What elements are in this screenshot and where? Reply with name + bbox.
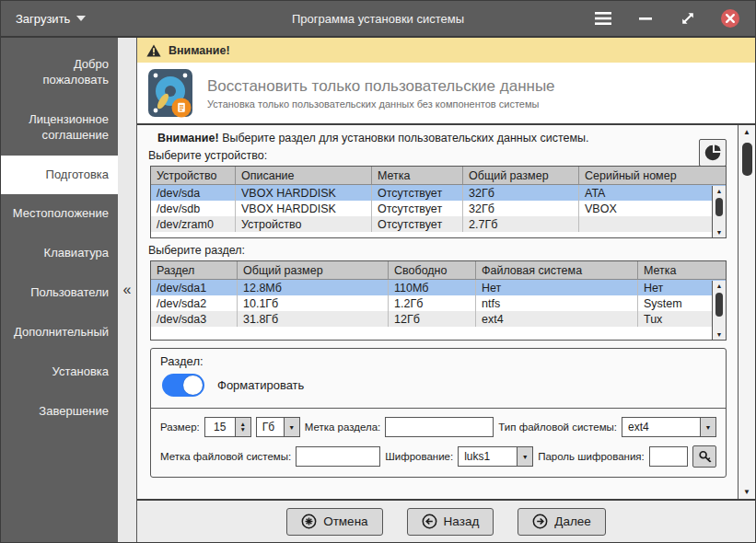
cell: 32Гб: [463, 201, 579, 216]
footer-bar: Отмена Назад Далее: [137, 499, 755, 542]
column-header: Описание: [236, 167, 372, 184]
main-area: Добро пожаловать Лицензионное соглашение…: [1, 38, 755, 542]
column-header: Устройство: [151, 167, 236, 184]
cell: ext4: [476, 311, 638, 327]
sidebar-item-finish[interactable]: Завершение: [1, 392, 118, 432]
device-table-header: Устройство Описание Метка Общий размер С…: [151, 167, 726, 185]
size-value[interactable]: 15: [204, 417, 236, 437]
device-table-scrollbar[interactable]: ▲ ▼: [712, 186, 726, 237]
scroll-down-icon[interactable]: ▼: [743, 485, 750, 499]
table-empty-space: [151, 327, 726, 340]
sidebar-item-keyboard[interactable]: Клавиатура: [1, 234, 118, 273]
cell: 1.2Гб: [389, 295, 476, 311]
cell: VBOX HARDDISK: [236, 201, 372, 216]
content-panel: Внимание! Восстановить толь: [137, 38, 755, 542]
scroll-down-icon[interactable]: ▼: [716, 227, 723, 237]
table-empty-space: [151, 232, 726, 237]
size-stepper[interactable]: ▲ ▼: [236, 417, 251, 437]
size-unit-value: Гб: [257, 418, 284, 436]
cell: ATA: [579, 185, 726, 201]
sidebar-item-location[interactable]: Местоположение: [1, 194, 118, 234]
load-menu-button[interactable]: Загрузить: [16, 12, 86, 26]
cancel-button[interactable]: Отмена: [286, 508, 382, 536]
scroll-down-icon[interactable]: ▼: [716, 329, 723, 340]
partition-group-label: Раздел:: [160, 354, 716, 368]
size-label: Размер:: [160, 422, 200, 433]
back-button-label: Назад: [444, 514, 480, 528]
scroll-area: Внимание! Выберите раздел для установки …: [137, 125, 755, 499]
scroll-up-icon[interactable]: ▲: [716, 281, 723, 291]
maximize-icon[interactable]: [678, 8, 698, 29]
size-row: Размер: 15 ▲ ▼ Гб ▼: [160, 417, 716, 437]
table-row[interactable]: /dev/sda VBOX HARDDISK Отсутствует 32Гб …: [151, 185, 726, 201]
disk-usage-button[interactable]: [699, 139, 727, 167]
fs-type-label: Тип файловой системы:: [498, 422, 617, 433]
cell: /dev/sda3: [151, 311, 238, 327]
device-select-label: Выберите устройство:: [148, 149, 692, 162]
format-toggle[interactable]: [162, 374, 204, 397]
load-menu-label: Загрузить: [16, 12, 70, 26]
encryption-dropdown[interactable]: luks1 ▼: [458, 446, 533, 467]
scroll-up-icon[interactable]: ▲: [716, 186, 723, 196]
column-header: Свободно: [389, 261, 476, 279]
sidebar-item-installation[interactable]: Установка: [1, 352, 118, 392]
notice-rest: Выберите раздел для установки пользовате…: [222, 132, 588, 144]
warning-banner: Внимание!: [137, 38, 755, 63]
column-header: Файловая система: [476, 261, 638, 279]
scrollbar-thumb[interactable]: [742, 143, 752, 176]
cell: VBOX: [579, 201, 726, 216]
table-row[interactable]: /dev/sda1 12.8Мб 110Мб Нет Нет: [151, 280, 726, 295]
table-row[interactable]: /dev/sda2 10.1Гб 1.2Гб ntfs System: [151, 295, 726, 311]
notice-bold: Внимание!: [157, 132, 219, 144]
cancel-circle-icon: [301, 514, 317, 529]
chevron-down-icon[interactable]: ▼: [517, 447, 532, 466]
cell: [579, 216, 726, 232]
content-scrollbar[interactable]: ▲ ▼: [738, 125, 755, 499]
minimize-icon[interactable]: [635, 8, 656, 29]
partition-label-input[interactable]: [385, 417, 494, 437]
chevron-down-icon[interactable]: ▼: [284, 418, 299, 436]
partition-table-scrollbar[interactable]: ▲ ▼: [712, 281, 726, 340]
sidebar-item-additional[interactable]: Дополнительный: [1, 313, 118, 352]
sidebar-item-license[interactable]: Лицензионное соглашение: [1, 100, 118, 156]
scrollbar-thumb[interactable]: [715, 198, 723, 216]
close-icon[interactable]: [720, 8, 740, 29]
sidebar-item-welcome[interactable]: Добро пожаловать: [1, 45, 118, 100]
column-header: Серийный номер: [579, 167, 726, 184]
sidebar-collapse-gutter: «: [118, 38, 137, 542]
back-button[interactable]: Назад: [407, 508, 494, 536]
steps-sidebar: Добро пожаловать Лицензионное соглашение…: [1, 38, 118, 542]
partition-table-header: Раздел Общий размер Свободно Файловая си…: [151, 261, 726, 280]
table-row[interactable]: /dev/sdb VBOX HARDDISK Отсутствует 32Гб …: [151, 201, 726, 216]
spin-down-icon[interactable]: ▼: [240, 427, 246, 433]
encryption-row: Метка файловой системы: Шифрование: luks…: [160, 445, 716, 468]
cell: 12.8Мб: [238, 280, 389, 295]
menu-hamburger-icon[interactable]: [593, 8, 613, 29]
next-button[interactable]: Далее: [518, 508, 606, 536]
page-subtitle: Установка только пользовательских данных…: [207, 98, 555, 110]
titlebar: Загрузить Программа установки системы: [1, 1, 755, 38]
encryption-value: luks1: [459, 447, 517, 466]
next-button-label: Далее: [554, 514, 591, 528]
fs-label-input[interactable]: [296, 446, 380, 467]
collapse-sidebar-icon[interactable]: «: [123, 282, 132, 298]
scroll-up-icon[interactable]: ▲: [743, 125, 750, 139]
table-row[interactable]: /dev/zram0 Устройство Отсутствует 2.7Гб: [151, 216, 726, 232]
generate-password-button[interactable]: [692, 445, 716, 468]
sidebar-item-preparation[interactable]: Подготовка: [1, 156, 118, 195]
cell: Отсутствует: [372, 185, 463, 201]
partition-settings-group: Раздел: Форматировать Размер: 15: [150, 348, 727, 478]
table-row[interactable]: /dev/sda3 31.8Гб 12Гб ext4 Tux: [151, 311, 726, 327]
hard-disk-icon: [145, 66, 196, 120]
column-header: Раздел: [151, 261, 238, 279]
encryption-password-input[interactable]: [649, 446, 688, 467]
chevron-down-icon[interactable]: ▼: [700, 418, 715, 436]
fs-type-dropdown[interactable]: ext4 ▼: [622, 417, 716, 437]
cell: VBOX HARDDISK: [236, 185, 372, 201]
scrollbar-thumb[interactable]: [715, 293, 723, 317]
size-unit-dropdown[interactable]: Гб ▼: [256, 417, 300, 437]
key-icon: [697, 449, 713, 465]
cell: /dev/sda: [151, 185, 236, 201]
sidebar-item-users[interactable]: Пользователи: [1, 273, 118, 313]
partition-table: Раздел Общий размер Свободно Файловая си…: [150, 260, 727, 341]
